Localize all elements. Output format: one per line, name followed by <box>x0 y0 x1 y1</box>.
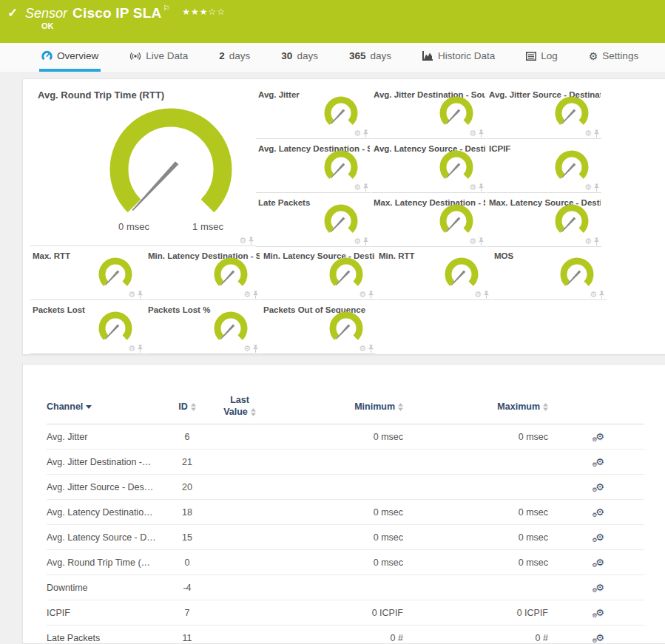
pin-icon[interactable] <box>362 237 369 245</box>
gauge-cell-late-packets[interactable]: Late Packets ⚙ <box>256 193 371 247</box>
pin-icon[interactable] <box>137 291 144 299</box>
gauge-cell-mos[interactable]: MOS ⚙ <box>492 246 607 300</box>
sort-icon[interactable] <box>191 403 196 411</box>
channel-settings-icon[interactable]: ⚙⚙ <box>595 633 604 643</box>
channel-settings-icon[interactable]: ⚙⚙ <box>595 608 604 618</box>
mini-gauge <box>321 204 361 240</box>
channel-name[interactable]: Downtime <box>47 583 165 593</box>
mini-gauge <box>552 96 592 132</box>
gear-icon[interactable]: ⚙ <box>359 291 366 299</box>
gauge-cell-avg-jitter-source-destination[interactable]: Avg. Jitter Source - Destination ⚙ <box>487 85 601 139</box>
channel-name[interactable]: Avg. Jitter Source - Des… <box>47 482 165 492</box>
channel-settings-icon[interactable]: ⚙⚙ <box>595 583 604 593</box>
pin-icon[interactable] <box>252 291 259 299</box>
tab-365-days[interactable]: 365 days <box>347 43 394 72</box>
gauge-cell-avg-rtt[interactable]: Avg. Round Trip Time (RTT) 0 msec 1 msec… <box>30 85 256 246</box>
gear-icon[interactable]: ⚙ <box>469 237 476 245</box>
gear-icon[interactable]: ⚙ <box>584 183 592 191</box>
priority-stars[interactable]: ★★★☆☆ <box>182 7 226 17</box>
gauge-cell-min-latency-source-destina[interactable]: Min. Latency Source - Destina… ⚙ <box>261 246 376 300</box>
pin-icon[interactable] <box>478 237 485 245</box>
sort-icon[interactable] <box>543 403 548 411</box>
mini-gauge <box>436 204 476 240</box>
pin-icon[interactable] <box>478 183 485 191</box>
tab-historic-data[interactable]: Historic Data <box>420 43 497 72</box>
mini-gauge <box>321 150 361 186</box>
tab-2-days[interactable]: 2 days <box>217 43 252 72</box>
gauge-cell-avg-latency-source-destin[interactable]: Avg. Latency Source - Destin… ⚙ <box>371 139 486 193</box>
gear-icon[interactable]: ⚙ <box>243 345 251 353</box>
tab-settings[interactable]: ⚙ Settings <box>587 43 641 72</box>
channel-name[interactable]: Avg. Round Trip Time (… <box>47 557 165 568</box>
gear-icon[interactable]: ⚙ <box>354 237 361 245</box>
gear-icon[interactable]: ⚙ <box>469 183 476 191</box>
channel-settings-icon[interactable]: ⚙⚙ <box>595 557 604 568</box>
channel-settings-icon[interactable]: ⚙⚙ <box>595 432 604 442</box>
pin-icon[interactable] <box>478 129 485 138</box>
gauge-cell-min-latency-destination-so[interactable]: Min. Latency Destination - So… ⚙ <box>146 246 260 300</box>
channel-name[interactable]: Avg. Latency Destinatio… <box>47 507 165 518</box>
mini-gauge <box>552 150 592 186</box>
gauge-cell-max-latency-destination-so[interactable]: Max. Latency Destination - So… ⚙ <box>371 193 486 247</box>
gear-icon[interactable]: ⚙ <box>359 345 366 353</box>
gauge-cell-icpif[interactable]: ICPIF ⚙ <box>487 139 601 193</box>
column-header-id[interactable]: ID <box>165 401 209 412</box>
pin-icon[interactable] <box>593 183 600 191</box>
gauge-cell-avg-jitter-destination-source[interactable]: Avg. Jitter Destination - Source ⚙ <box>371 85 486 139</box>
channel-name[interactable]: Avg. Jitter Destination -… <box>47 457 165 467</box>
pin-icon[interactable] <box>368 345 374 353</box>
tab-overview[interactable]: Overview <box>39 43 101 72</box>
gauge-cell-max-latency-source-destin[interactable]: Max. Latency Source - Destin… ⚙ <box>487 193 601 247</box>
gauge-cell-packets-lost[interactable]: Packets Lost ⚙ <box>30 300 145 354</box>
gauge-cell-packets-lost[interactable]: Packets Lost % ⚙ <box>146 300 260 354</box>
channel-settings-icon[interactable]: ⚙⚙ <box>595 532 604 543</box>
gear-icon[interactable]: ⚙ <box>584 129 592 138</box>
pin-icon[interactable] <box>248 237 254 245</box>
sort-icon[interactable] <box>251 408 256 416</box>
column-header-channel[interactable]: Channel <box>47 401 165 412</box>
gear-icon[interactable]: ⚙ <box>243 291 251 299</box>
pin-icon[interactable] <box>252 345 259 353</box>
sensor-type-label: Sensor <box>25 6 67 21</box>
channel-minimum: 0 # <box>270 633 411 643</box>
tab-log[interactable]: Log <box>524 43 560 72</box>
column-header-last-value[interactable]: Last Value <box>209 395 270 418</box>
tab-live-data[interactable]: Live Data <box>127 43 190 72</box>
channel-name[interactable]: Late Packets <box>47 633 165 643</box>
pin-icon[interactable] <box>593 129 600 138</box>
tab-30-days[interactable]: 30 days <box>279 43 320 72</box>
gear-icon[interactable]: ⚙ <box>128 345 135 353</box>
column-header-maximum[interactable]: Maximum <box>411 401 556 412</box>
pin-icon[interactable] <box>483 291 490 299</box>
gauge-cell-avg-jitter[interactable]: Avg. Jitter ⚙ <box>256 85 371 139</box>
sort-desc-icon[interactable] <box>86 405 92 409</box>
channel-settings-icon[interactable]: ⚙⚙ <box>595 507 604 518</box>
gear-icon[interactable]: ⚙ <box>354 183 361 191</box>
rtt-gauge <box>108 107 234 220</box>
gauge-cell-max-rtt[interactable]: Max. RTT ⚙ <box>30 246 145 300</box>
pin-icon[interactable] <box>593 237 600 245</box>
gauge-cell-min-rtt[interactable]: Min. RTT ⚙ <box>377 246 491 300</box>
gear-icon[interactable]: ⚙ <box>469 129 476 138</box>
sort-icon[interactable] <box>398 403 403 411</box>
gear-icon[interactable]: ⚙ <box>239 237 246 245</box>
gear-icon[interactable]: ⚙ <box>354 129 361 138</box>
gear-icon[interactable]: ⚙ <box>584 237 592 245</box>
channel-settings-icon[interactable]: ⚙⚙ <box>595 482 604 492</box>
gauge-cell-avg-latency-destination-so[interactable]: Avg. Latency Destination - So… ⚙ <box>256 139 371 193</box>
channel-name[interactable]: Avg. Jitter <box>47 432 165 442</box>
pin-icon[interactable] <box>137 345 144 353</box>
pin-icon[interactable] <box>362 183 369 191</box>
column-header-minimum[interactable]: Minimum <box>270 401 411 412</box>
channel-name[interactable]: ICPIF <box>47 608 165 618</box>
flag-icon[interactable]: ⚐ <box>163 4 170 13</box>
pin-icon[interactable] <box>362 129 369 138</box>
channel-settings-icon[interactable]: ⚙⚙ <box>595 457 604 467</box>
gear-icon[interactable]: ⚙ <box>128 291 135 299</box>
gear-icon[interactable]: ⚙ <box>474 291 482 299</box>
gauge-cell-packets-out-of-sequence[interactable]: Packets Out of Sequence ⚙ <box>261 300 376 354</box>
pin-icon[interactable] <box>368 291 374 299</box>
pin-icon[interactable] <box>598 291 605 299</box>
gear-icon[interactable]: ⚙ <box>590 291 597 299</box>
channel-name[interactable]: Avg. Latency Source - D… <box>47 532 165 543</box>
